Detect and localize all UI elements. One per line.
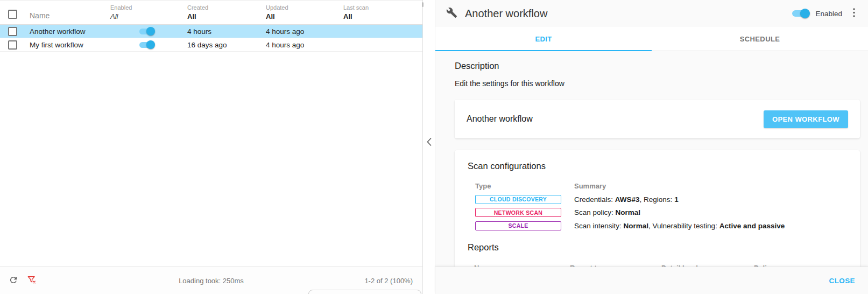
- column-label: Name: [30, 12, 110, 19]
- tooltip-sliver: [308, 290, 421, 294]
- summary-part: Scan policy:: [574, 208, 616, 216]
- kebab-menu-icon: [853, 8, 855, 19]
- open-workflow-button[interactable]: OPEN WORKFLOW: [764, 110, 848, 128]
- column-label: Enabled: [110, 4, 187, 11]
- toggle-knob: [146, 27, 155, 36]
- column-header-updated[interactable]: Updated All: [266, 1, 343, 24]
- tab-edit[interactable]: EDIT: [435, 27, 652, 51]
- panel-divider-gutter: [424, 0, 435, 294]
- scan-summary: Credentials: AWS#3, Regions: 1: [574, 195, 847, 204]
- description-subtitle: Edit the settings for this workflow: [455, 79, 859, 88]
- row-checkbox[interactable]: [8, 27, 17, 36]
- created-cell: 4 hours: [187, 27, 266, 36]
- row-checkbox-cell: [0, 40, 30, 50]
- wrench-icon: [446, 7, 457, 20]
- workflow-list-panel: Name Enabled All Created All Updated All…: [0, 0, 423, 294]
- column-filter-value[interactable]: All: [110, 12, 187, 21]
- more-options-button[interactable]: [849, 7, 859, 20]
- close-button[interactable]: CLOSE: [829, 277, 855, 285]
- header-checkbox-cell: [0, 1, 30, 24]
- scan-config-row[interactable]: NETWORK SCAN Scan policy: Normal: [469, 206, 847, 220]
- toggle-knob: [146, 40, 155, 49]
- updated-cell: 4 hours ago: [266, 41, 343, 49]
- scan-configurations-card: Scan configurations Type Summary CLOUD D…: [455, 150, 860, 267]
- toggle-knob: [800, 9, 810, 18]
- updated-cell: 4 hours ago: [266, 27, 343, 36]
- enabled-toggle[interactable]: [139, 40, 155, 49]
- column-header-name[interactable]: Name: [30, 1, 110, 24]
- column-header-enabled[interactable]: Enabled All: [110, 1, 187, 24]
- scan-config-row[interactable]: SCALE Scan intensity: Normal, Vulnerabil…: [469, 219, 847, 233]
- created-cell: 16 days ago: [187, 41, 266, 49]
- detail-header: Another workflow Enabled: [435, 0, 868, 27]
- table-row[interactable]: My first workflow 16 days ago 4 hours ag…: [0, 38, 422, 52]
- summary-part: Credentials:: [574, 195, 615, 204]
- summary-part: , Regions:: [640, 195, 675, 204]
- workflow-enabled-toggle[interactable]: [792, 9, 810, 18]
- description-heading: Description: [455, 61, 859, 71]
- summary-part: Normal: [624, 222, 649, 230]
- scan-summary: Scan policy: Normal: [574, 208, 847, 216]
- scan-col-type: Type: [469, 182, 574, 190]
- detail-content: Description Edit the settings for this w…: [435, 51, 868, 267]
- summary-part: 1: [674, 195, 679, 204]
- scan-type-chip: SCALE: [475, 221, 561, 230]
- detail-title: Another workflow: [465, 8, 796, 20]
- scan-config-row[interactable]: CLOUD DISCOVERY Credentials: AWS#3, Regi…: [469, 193, 847, 206]
- table-header-row: Name Enabled All Created All Updated All…: [0, 0, 422, 25]
- select-all-checkbox[interactable]: [8, 10, 17, 19]
- workflow-card: Another workflow OPEN WORKFLOW: [455, 100, 860, 138]
- column-filter-value[interactable]: All: [266, 12, 343, 21]
- row-checkbox[interactable]: [8, 40, 17, 50]
- pagination-range: 1-2 of 2 (100%): [364, 277, 413, 285]
- summary-part: Active and passive: [719, 222, 785, 230]
- column-filter-value[interactable]: All: [187, 12, 266, 21]
- column-label: Created: [187, 4, 266, 11]
- detail-tabs: EDIT SCHEDULE: [435, 27, 868, 51]
- column-header-created[interactable]: Created All: [187, 1, 266, 24]
- collapse-panel-button[interactable]: [426, 138, 434, 148]
- scan-type-chip: NETWORK SCAN: [475, 208, 561, 217]
- loading-status: Loading took: 250ms: [0, 277, 422, 285]
- summary-part: , Vulnerability testing:: [648, 222, 719, 230]
- summary-part: Scan intensity:: [574, 222, 624, 230]
- reports-heading: Reports: [468, 242, 847, 253]
- scan-summary: Scan intensity: Normal, Vulnerability te…: [574, 222, 847, 230]
- scan-configurations-heading: Scan configurations: [468, 161, 847, 171]
- enabled-toggle[interactable]: [139, 27, 155, 36]
- tab-schedule[interactable]: SCHEDULE: [652, 27, 868, 51]
- scan-col-summary: Summary: [574, 182, 847, 190]
- column-filter-value[interactable]: All: [343, 12, 422, 21]
- table-row[interactable]: Another workflow 4 hours 4 hours ago: [0, 25, 422, 38]
- summary-part: Normal: [616, 208, 641, 216]
- row-checkbox-cell: [0, 27, 30, 36]
- scan-type-chip: CLOUD DISCOVERY: [475, 195, 561, 204]
- workflow-detail-panel: Another workflow Enabled EDIT SCHEDULE D…: [435, 0, 868, 294]
- summary-part: AWS#3: [615, 195, 640, 204]
- column-label: Last scan: [343, 4, 422, 11]
- reports-table-header-row: Name Report type Detail level Delivery: [468, 261, 847, 267]
- enabled-label: Enabled: [815, 10, 842, 18]
- detail-footer: CLOSE: [435, 267, 868, 294]
- column-header-last-scan[interactable]: Last scan All: [343, 1, 422, 24]
- workflow-card-name: Another workflow: [467, 114, 764, 124]
- workflow-name-cell: Another workflow: [30, 27, 110, 36]
- table-empty-area: [0, 52, 422, 267]
- scan-configurations-table: Type Summary CLOUD DISCOVERY Credentials…: [469, 179, 847, 233]
- column-label: Updated: [266, 4, 343, 11]
- chevron-left-icon: [426, 137, 432, 148]
- scan-table-header-row: Type Summary: [469, 179, 847, 193]
- workflow-name-cell: My first workflow: [30, 41, 110, 49]
